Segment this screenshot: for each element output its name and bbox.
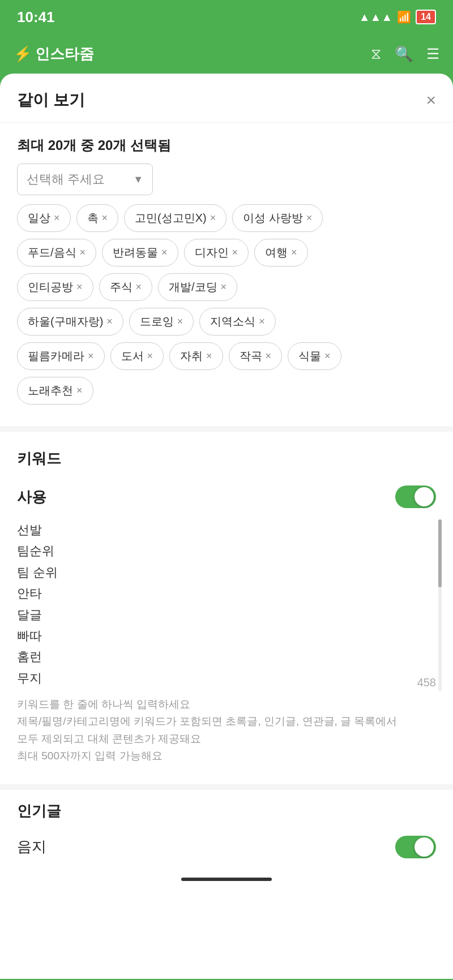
tag-하울[interactable]: 하울(구매자랑)× xyxy=(17,308,123,336)
keyword-input[interactable]: 선발 팀순위 팀 순위 안타 달글 빠따 홈런 무지 갈맥 응사티 xyxy=(17,519,436,689)
tags-row-0: 일상× 촉× 고민(성고민X)× 이성 사랑방× xyxy=(17,204,436,232)
tag-자취[interactable]: 자취× xyxy=(169,342,223,370)
tag-필름카메라[interactable]: 필름카메라× xyxy=(17,342,105,370)
sheet-header: 같이 보기 × xyxy=(0,74,453,123)
tag-remove-icon[interactable]: × xyxy=(88,350,94,362)
tag-remove-icon[interactable]: × xyxy=(136,281,142,293)
helper-line-1: 키워드를 한 줄에 하나씩 입력하세요 xyxy=(17,696,436,713)
tags-row-4: 필름카메라× 도서× 자취× 작곡× 식물× xyxy=(17,342,436,370)
tag-remove-icon[interactable]: × xyxy=(102,212,108,224)
home-indicator xyxy=(181,878,272,881)
tag-푸드[interactable]: 푸드/음식× xyxy=(17,239,96,267)
tag-작곡[interactable]: 작곡× xyxy=(229,342,283,370)
tag-remove-icon[interactable]: × xyxy=(210,212,216,224)
close-button[interactable]: × xyxy=(426,92,436,109)
selection-section: 최대 20개 중 20개 선택됨 선택해 주세요 ▼ xyxy=(0,123,453,204)
status-time: 10:41 xyxy=(17,8,55,26)
search-icon[interactable]: 🔍 xyxy=(395,45,413,63)
tag-remove-icon[interactable]: × xyxy=(177,316,183,328)
chevron-down-icon: ▼ xyxy=(133,174,143,186)
tag-remove-icon[interactable]: × xyxy=(306,212,313,224)
tag-고민[interactable]: 고민(성고민X)× xyxy=(124,204,226,232)
category-dropdown[interactable]: 선택해 주세요 ▼ xyxy=(17,164,153,195)
tag-일상[interactable]: 일상× xyxy=(17,204,71,232)
tag-remove-icon[interactable]: × xyxy=(232,247,238,259)
selection-label: 최대 20개 중 20개 선택됨 xyxy=(17,136,436,154)
tag-remove-icon[interactable]: × xyxy=(291,247,297,259)
modal-sheet: 같이 보기 × 최대 20개 중 20개 선택됨 선택해 주세요 ▼ 일상× 촉… xyxy=(0,74,453,979)
toggle-knob xyxy=(414,487,434,506)
tag-촉[interactable]: 촉× xyxy=(76,204,119,232)
tag-식물[interactable]: 식물× xyxy=(288,342,341,370)
popular-toggle-label: 음지 xyxy=(17,837,46,857)
keyword-section-label: 키워드 xyxy=(17,437,436,478)
tag-remove-icon[interactable]: × xyxy=(206,350,212,362)
app-logo: ⚡ 인스타줌 xyxy=(14,44,94,64)
tag-remove-icon[interactable]: × xyxy=(161,247,168,259)
tag-remove-icon[interactable]: × xyxy=(76,281,83,293)
popular-section: 인기글 음지 xyxy=(0,796,453,864)
helper-line-2: 제목/필명/카테고리명에 키워드가 포함되면 초록글, 인기글, 연관글, 글 … xyxy=(17,713,436,730)
keyword-textarea-wrapper: 선발 팀순위 팀 순위 안타 달글 빠따 홈런 무지 갈맥 응사티 458 xyxy=(17,519,436,691)
status-bar: 10:41 ▲▲▲ 📶 14 xyxy=(0,0,453,34)
tag-remove-icon[interactable]: × xyxy=(80,247,86,259)
header-icons: ⧖ 🔍 ☰ xyxy=(371,45,439,63)
tags-row-3: 하울(구매자랑)× 드로잉× 지역소식× xyxy=(17,308,436,336)
tag-개발코딩[interactable]: 개발/코딩× xyxy=(158,273,237,301)
tag-디자인[interactable]: 디자인× xyxy=(184,239,249,267)
tag-remove-icon[interactable]: × xyxy=(76,385,83,397)
sheet-title: 같이 보기 xyxy=(17,89,85,111)
tag-노래추천[interactable]: 노래추천× xyxy=(17,377,93,405)
keyword-toggle-label: 사용 xyxy=(17,487,46,507)
tag-인티공방[interactable]: 인티공방× xyxy=(17,273,93,301)
menu-icon[interactable]: ☰ xyxy=(426,45,439,63)
filter-icon[interactable]: ⧖ xyxy=(371,45,381,63)
tag-remove-icon[interactable]: × xyxy=(324,350,331,362)
keyword-section: 키워드 사용 선발 팀순위 팀 순위 안타 달글 빠따 홈런 무지 갈맥 응사티… xyxy=(0,437,453,779)
keyword-toggle[interactable] xyxy=(395,485,436,508)
tag-지역소식[interactable]: 지역소식× xyxy=(199,308,276,336)
helper-line-4: 최대 500자까지 입력 가능해요 xyxy=(17,747,436,764)
tag-드로잉[interactable]: 드로잉× xyxy=(129,308,194,336)
tag-remove-icon[interactable]: × xyxy=(266,350,272,362)
dropdown-placeholder: 선택해 주세요 xyxy=(27,171,105,188)
keyword-helper-text: 키워드를 한 줄에 하나씩 입력하세요 제목/필명/카테고리명에 키워드가 포함… xyxy=(17,691,436,779)
section-divider-2 xyxy=(0,784,453,790)
scrollbar-thumb[interactable] xyxy=(438,519,442,587)
tag-remove-icon[interactable]: × xyxy=(147,350,153,362)
logo-text: 인스타줌 xyxy=(35,44,94,64)
popular-section-label: 인기글 xyxy=(17,796,436,830)
tags-row-2: 인티공방× 주식× 개발/코딩× xyxy=(17,273,436,301)
toggle-knob-popular xyxy=(414,837,434,857)
tag-주식[interactable]: 주식× xyxy=(99,273,153,301)
app-header: ⚡ 인스타줌 ⧖ 🔍 ☰ xyxy=(0,34,453,74)
tag-여행[interactable]: 여행× xyxy=(254,239,308,267)
tag-remove-icon[interactable]: × xyxy=(54,212,60,224)
battery-icon: 14 xyxy=(416,10,436,24)
tag-반려동물[interactable]: 반려동물× xyxy=(102,239,178,267)
keyword-toggle-row: 사용 xyxy=(17,478,436,519)
tag-이성사랑방[interactable]: 이성 사랑방× xyxy=(232,204,323,232)
tag-remove-icon[interactable]: × xyxy=(106,316,113,328)
status-icons: ▲▲▲ 📶 14 xyxy=(359,10,436,24)
signal-icon: ▲▲▲ xyxy=(359,11,392,24)
tags-row-5: 노래추천× xyxy=(17,377,436,405)
char-count: 458 xyxy=(417,676,436,689)
scrollbar-track xyxy=(438,519,442,691)
tag-도서[interactable]: 도서× xyxy=(110,342,164,370)
tag-remove-icon[interactable]: × xyxy=(221,281,227,293)
tags-area: 일상× 촉× 고민(성고민X)× 이성 사랑방× 푸드/음식× 반려동물× 디자… xyxy=(0,204,453,420)
logo-icon: ⚡ xyxy=(14,45,32,63)
popular-toggle[interactable] xyxy=(395,836,436,858)
tags-row-1: 푸드/음식× 반려동물× 디자인× 여행× xyxy=(17,239,436,267)
popular-toggle-row: 음지 xyxy=(17,830,436,864)
helper-line-3: 모두 제외되고 대체 콘텐츠가 제공돼요 xyxy=(17,730,436,747)
section-divider xyxy=(0,426,453,432)
tag-remove-icon[interactable]: × xyxy=(259,316,265,328)
wifi-icon: 📶 xyxy=(397,10,411,24)
